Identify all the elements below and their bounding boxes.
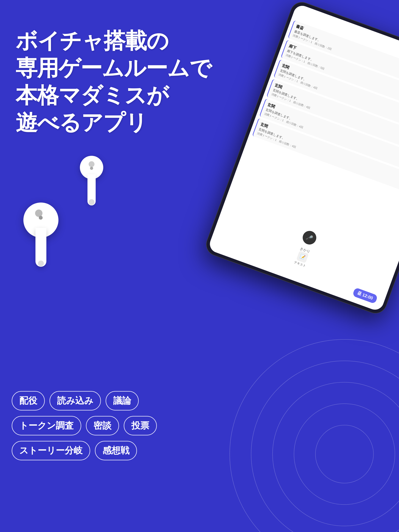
airpod-left xyxy=(23,203,70,269)
tablet-device: 調査トークン ⚙ ×4 ⚙ 書斎 書斎を調査します。 消費トークン：1 残り回数… xyxy=(203,0,399,317)
tag-after-game: 感想戦 xyxy=(95,441,137,460)
airpods xyxy=(23,156,121,269)
airpod-right-stem xyxy=(87,174,96,205)
tag-story-branch: ストーリー分岐 xyxy=(12,441,90,460)
time-badge: 昼 12:00 xyxy=(352,287,378,304)
tag-token-investigation: トークン調査 xyxy=(12,416,81,435)
feature-tags: 配役 読み込み 議論 トークン調査 密談 投票 ストーリー分岐 感想戦 xyxy=(12,391,157,466)
tag-discussion: 議論 xyxy=(106,391,139,411)
tags-row-1: 配役 読み込み 議論 xyxy=(12,391,157,411)
tag-secret-talk: 密談 xyxy=(86,416,119,435)
ripple-5 xyxy=(230,339,399,532)
stem-nub xyxy=(89,199,95,205)
tag-reading: 読み込み xyxy=(50,391,101,411)
tablet-outer: 調査トークン ⚙ ×4 ⚙ 書斎 書斎を調査します。 消費トークン：1 残り回数… xyxy=(203,0,399,317)
tags-row-2: トークン調査 密談 投票 xyxy=(12,416,157,435)
tablet-screen: 調査トークン ⚙ ×4 ⚙ 書斎 書斎を調査します。 消費トークン：1 残り回数… xyxy=(207,3,399,312)
tag-casting: 配役 xyxy=(12,391,45,411)
tags-row-3: ストーリー分岐 感想戦 xyxy=(12,441,157,460)
airpod-left-stem xyxy=(35,228,46,267)
mic-button[interactable]: 🎤 xyxy=(301,229,318,247)
tag-vote: 投票 xyxy=(124,416,157,435)
tablet-content: 調査トークン ⚙ ×4 ⚙ 書斎 書斎を調査します。 消費トークン：1 残り回数… xyxy=(207,3,399,312)
main-heading: ボイチャ搭載の 専用ゲームルームで 本格マダミスが 遊べるアプリ xyxy=(16,27,211,136)
airpod-right xyxy=(74,156,109,206)
stem-nub-left xyxy=(38,260,44,266)
